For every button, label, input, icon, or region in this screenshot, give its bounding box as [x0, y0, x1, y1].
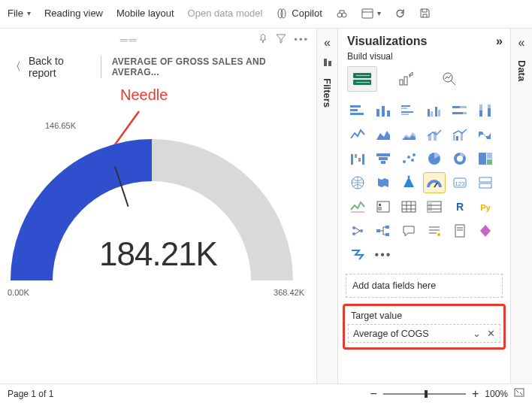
svg-rect-37 [479, 111, 482, 117]
map-icon[interactable] [347, 173, 368, 192]
svg-rect-43 [456, 136, 458, 141]
filter-icon[interactable] [276, 33, 286, 46]
file-menu[interactable]: File ▾ [8, 8, 31, 19]
zoom-slider[interactable] [383, 393, 466, 395]
visual-title-row: 〈 Back to report AVERAGE OF GROSS SALES … [0, 49, 316, 85]
needle-annotation: Needle [120, 86, 168, 104]
refresh-button[interactable] [394, 8, 406, 19]
chart-area[interactable]: Needle 146.65K 184.21K 0.00K 368.42K [0, 85, 316, 383]
hundred-stacked-column-icon[interactable] [475, 101, 496, 120]
build-visual-tab[interactable] [347, 66, 377, 92]
scatter-icon[interactable] [398, 149, 419, 168]
line-chart-icon[interactable] [347, 125, 368, 144]
ribbon-chart-icon[interactable] [475, 125, 496, 144]
chevron-down-icon: ▾ [377, 9, 381, 17]
svg-rect-14 [400, 80, 403, 85]
fit-to-page-icon[interactable] [514, 388, 524, 399]
format-visual-tab[interactable] [391, 66, 421, 92]
filled-map-icon[interactable] [373, 173, 394, 192]
card-icon[interactable]: 123 [449, 173, 470, 192]
zoom-in-button[interactable]: + [472, 387, 479, 401]
line-clustered-column-icon[interactable] [449, 125, 470, 144]
clustered-bar-icon[interactable] [398, 101, 419, 120]
search-button[interactable] [336, 8, 348, 20]
treemap-icon[interactable] [475, 149, 496, 168]
more-options-icon[interactable]: ••• [294, 34, 309, 45]
svg-point-54 [411, 159, 414, 162]
view-options-button[interactable]: ▾ [361, 8, 381, 19]
fields-icon [352, 71, 373, 87]
paginated-report-icon[interactable] [449, 221, 470, 241]
stacked-area-icon[interactable] [398, 125, 419, 144]
chevron-left-icon: 〈 [11, 60, 21, 74]
save-button[interactable] [419, 8, 431, 19]
add-data-fields-well[interactable]: Add data fields here [346, 274, 503, 298]
collapse-viz-icon[interactable]: » [496, 35, 503, 48]
target-value-field[interactable]: Average of COGS ⌄ ✕ [348, 324, 500, 343]
expand-filters-icon[interactable]: « [324, 36, 331, 50]
analytics-icon [441, 71, 458, 87]
svg-rect-69 [377, 202, 389, 212]
pie-icon[interactable] [424, 149, 445, 168]
gauge-icon[interactable] [424, 173, 445, 192]
matrix-icon[interactable] [424, 197, 445, 217]
remove-field-icon[interactable]: ✕ [487, 328, 495, 339]
power-apps-icon[interactable] [475, 221, 496, 241]
report-canvas: ══ ••• 〈 Back to report AVERAGE OF GROSS… [0, 29, 317, 383]
svg-text:Py: Py [480, 203, 491, 212]
table-icon[interactable] [398, 197, 419, 217]
svg-rect-35 [452, 112, 463, 114]
filters-pane-collapsed[interactable]: « Filters [317, 29, 338, 383]
zoom-out-button[interactable]: − [370, 387, 377, 401]
chevron-down-icon: ▾ [27, 9, 31, 17]
svg-point-85 [360, 229, 363, 232]
key-influencers-icon[interactable] [347, 221, 368, 241]
svg-line-64 [434, 183, 437, 187]
slicer-icon[interactable] [373, 197, 394, 217]
python-visual-icon[interactable]: Py [475, 197, 496, 217]
filters-label: Filters [322, 78, 333, 108]
svg-line-86 [355, 228, 360, 231]
data-label: Data [516, 60, 527, 81]
power-automate-icon[interactable] [347, 245, 368, 265]
svg-text:123: 123 [455, 180, 465, 187]
chevron-down-icon[interactable]: ⌄ [473, 328, 481, 339]
stacked-column-icon[interactable] [373, 101, 394, 120]
svg-rect-72 [402, 202, 416, 212]
waterfall-icon[interactable] [347, 149, 368, 168]
svg-line-17 [451, 80, 455, 85]
more-visuals-icon[interactable]: ••• [373, 245, 394, 265]
copilot-icon [276, 8, 288, 20]
decomposition-tree-icon[interactable] [373, 221, 394, 241]
svg-rect-27 [401, 114, 409, 115]
svg-point-58 [457, 156, 463, 162]
smart-narrative-icon[interactable] [424, 221, 445, 241]
donut-icon[interactable] [449, 149, 470, 168]
expand-data-icon[interactable]: « [518, 36, 525, 50]
line-stacked-column-icon[interactable] [424, 125, 445, 144]
azure-map-icon[interactable] [398, 173, 419, 192]
back-to-report-button[interactable]: 〈 Back to report [11, 55, 90, 79]
svg-point-1 [281, 9, 286, 18]
area-chart-icon[interactable] [373, 125, 394, 144]
svg-rect-42 [453, 135, 455, 141]
svg-rect-50 [379, 157, 388, 160]
pin-icon[interactable] [258, 33, 268, 46]
qa-visual-icon[interactable] [398, 221, 419, 241]
multi-row-card-icon[interactable] [475, 173, 496, 192]
drag-handle-icon[interactable]: ══ [120, 34, 138, 46]
svg-point-53 [407, 156, 410, 159]
stacked-bar-icon[interactable] [347, 101, 368, 120]
mobile-layout-button[interactable]: Mobile layout [116, 8, 174, 19]
reading-view-button[interactable]: Reading view [44, 8, 103, 19]
svg-rect-48 [362, 154, 364, 165]
clustered-column-icon[interactable] [424, 101, 445, 120]
hundred-stacked-bar-icon[interactable] [449, 101, 470, 120]
analytics-tab[interactable] [434, 66, 464, 92]
funnel-icon[interactable] [373, 149, 394, 168]
copilot-button[interactable]: Copilot [276, 8, 322, 20]
svg-point-63 [408, 176, 410, 178]
r-visual-icon[interactable]: R [449, 197, 470, 217]
data-pane-collapsed[interactable]: « Data [511, 29, 532, 383]
kpi-icon[interactable] [347, 197, 368, 217]
